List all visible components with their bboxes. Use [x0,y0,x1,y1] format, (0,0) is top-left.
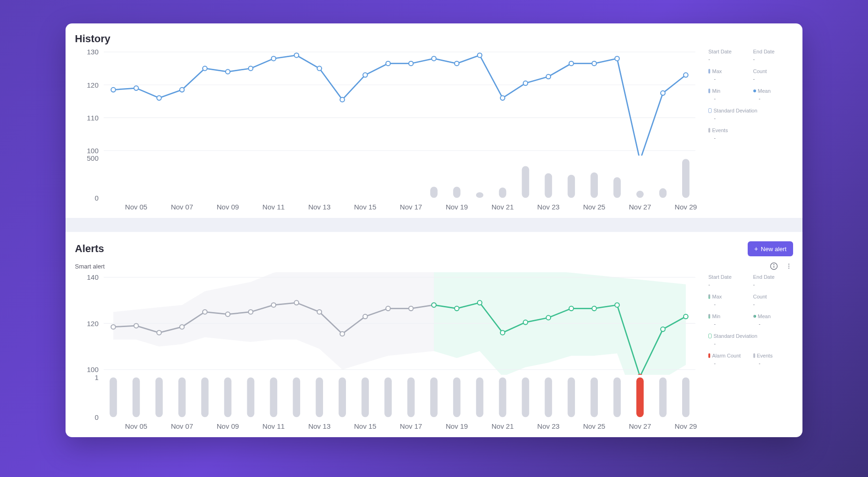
svg-point-65 [788,266,789,267]
max-icon [708,294,710,299]
history-events-chart[interactable]: 0500Nov 05Nov 07Nov 09Nov 11Nov 13Nov 15… [75,156,702,213]
new-alert-button[interactable]: + New alert [748,241,793,256]
events-icon [708,128,710,133]
alerts-events: Events - [753,353,794,366]
svg-text:120: 120 [87,320,98,328]
svg-point-76 [134,324,139,328]
alerts-events-chart[interactable]: 01Nov 05Nov 07Nov 09Nov 11Nov 13Nov 15No… [75,375,702,432]
svg-rect-129 [659,377,667,417]
history-line-chart[interactable]: 100110120130 [75,47,702,156]
svg-point-66 [788,268,789,268]
svg-point-83 [294,300,299,305]
alerts-mean: Mean - [753,313,794,327]
more-icon[interactable] [785,262,793,270]
svg-text:Nov 19: Nov 19 [446,203,468,211]
svg-point-75 [111,325,116,329]
svg-point-16 [294,53,299,58]
mean-dot-icon [753,89,756,92]
svg-point-86 [363,314,368,319]
alerts-std: Standard Deviation - [708,333,793,346]
svg-point-92 [478,300,482,305]
svg-point-63 [774,264,774,265]
svg-point-97 [592,306,596,311]
svg-point-10 [157,96,162,100]
svg-text:100: 100 [87,147,99,155]
dashboard-card: History 100110120130 0500Nov 05Nov 07Nov… [66,23,802,437]
svg-text:Nov 17: Nov 17 [400,203,422,211]
max-icon [708,69,710,74]
history-events: Events - [708,127,749,141]
alerts-end-date: End Date - [753,274,794,287]
svg-text:500: 500 [87,156,98,162]
svg-text:Nov 15: Nov 15 [354,203,376,211]
svg-rect-111 [247,377,255,417]
svg-rect-116 [361,377,369,417]
svg-point-30 [615,56,619,61]
svg-rect-105 [110,377,117,417]
svg-rect-108 [178,377,186,417]
svg-text:Nov 21: Nov 21 [492,422,514,430]
svg-text:1: 1 [95,375,98,381]
svg-rect-39 [499,187,507,198]
min-icon [708,314,710,319]
svg-point-32 [661,91,665,96]
svg-rect-128 [636,377,644,417]
svg-rect-46 [659,188,667,198]
history-end-date: End Date - [753,49,794,62]
std-icon [708,334,712,338]
svg-text:110: 110 [87,114,99,122]
svg-rect-45 [636,191,644,198]
svg-text:Nov 29: Nov 29 [675,203,697,211]
history-start-date: Start Date - [708,49,749,62]
svg-text:Nov 07: Nov 07 [171,203,193,211]
svg-rect-125 [567,377,575,417]
svg-rect-130 [682,377,690,417]
svg-rect-37 [453,187,461,198]
alerts-alarm-count: Alarm Count - [708,353,749,366]
svg-point-78 [180,325,184,329]
svg-point-20 [386,61,390,66]
svg-point-91 [455,306,459,311]
info-icon[interactable] [770,262,778,270]
svg-rect-120 [453,377,461,417]
alerts-title: Alerts [75,243,104,255]
svg-point-93 [500,330,505,335]
svg-text:Nov 09: Nov 09 [217,422,239,430]
svg-point-18 [340,97,345,102]
svg-point-95 [546,315,551,320]
svg-point-77 [157,330,162,335]
svg-text:Nov 29: Nov 29 [675,422,697,430]
alerts-info-panel: Start Date - End Date - Max - Count - Mi… [706,272,793,432]
smart-alert-label: Smart alert [75,263,105,270]
svg-point-96 [569,306,574,311]
svg-text:Nov 19: Nov 19 [446,422,468,430]
alerts-line-chart[interactable]: 100120140 [75,272,702,375]
alarm-icon [708,353,710,358]
svg-text:140: 140 [87,274,98,282]
svg-point-64 [788,264,789,265]
svg-point-81 [249,310,253,314]
history-count: Count - [753,68,794,82]
svg-point-98 [615,303,619,307]
svg-rect-36 [430,187,438,198]
svg-rect-40 [522,166,530,198]
svg-text:Nov 23: Nov 23 [537,203,560,211]
svg-point-29 [592,61,596,66]
alerts-min: Min - [708,313,749,327]
svg-point-14 [249,66,253,71]
svg-rect-114 [316,377,323,417]
svg-rect-115 [338,377,346,417]
svg-text:Nov 27: Nov 27 [629,203,651,211]
svg-text:Nov 23: Nov 23 [537,422,560,430]
svg-rect-106 [132,377,140,417]
svg-rect-118 [407,377,415,417]
alerts-chart-area: 100120140 01Nov 05Nov 07Nov 09Nov 11Nov … [75,272,702,432]
svg-point-85 [340,332,345,336]
svg-text:Nov 05: Nov 05 [125,203,147,211]
svg-point-11 [180,88,184,92]
alerts-count: Count - [753,294,794,307]
svg-point-26 [523,81,528,86]
svg-point-80 [226,312,230,317]
plus-icon: + [754,245,758,253]
svg-point-12 [203,66,207,71]
